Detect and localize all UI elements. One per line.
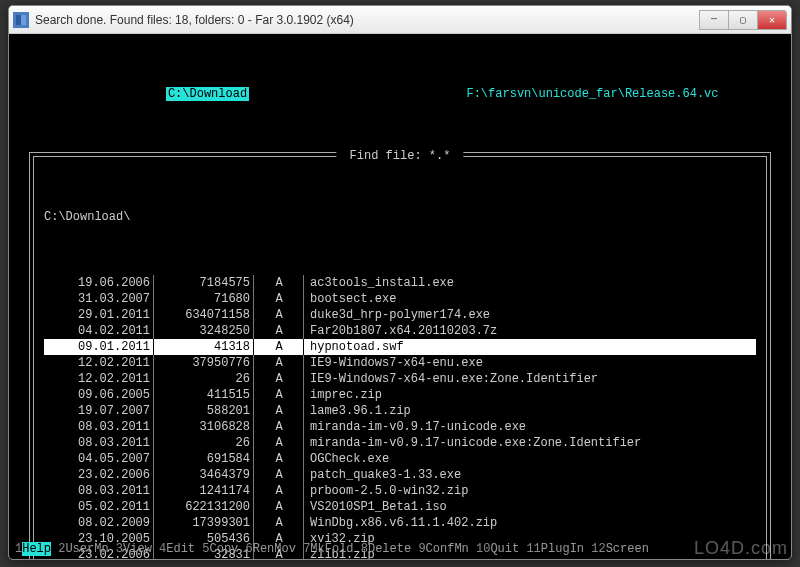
file-name: duke3d_hrp-polymer174.exe xyxy=(304,307,756,323)
file-attr: A xyxy=(254,499,304,515)
file-date: 12.02.2011 xyxy=(44,355,154,371)
file-date: 05.02.2011 xyxy=(44,499,154,515)
file-row[interactable]: 04.02.20113248250AFar20b1807.x64.2011020… xyxy=(44,323,756,339)
maximize-button[interactable]: ▢ xyxy=(728,10,758,30)
fkey-10[interactable]: 10Quit xyxy=(476,541,526,557)
file-attr: A xyxy=(254,323,304,339)
file-size: 41318 xyxy=(154,339,254,355)
file-name: patch_quake3-1.33.exe xyxy=(304,467,756,483)
file-date: 31.03.2007 xyxy=(44,291,154,307)
file-size: 3106828 xyxy=(154,419,254,435)
file-size: 26 xyxy=(154,435,254,451)
file-attr: A xyxy=(254,435,304,451)
file-row[interactable]: 08.03.201126Amiranda-im-v0.9.17-unicode.… xyxy=(44,435,756,451)
file-name: ac3tools_install.exe xyxy=(304,275,756,291)
file-date: 19.07.2007 xyxy=(44,403,154,419)
terminal-area: C:\Download F:\farsvn\unicode_far\Releas… xyxy=(9,34,791,559)
file-size: 411515 xyxy=(154,387,254,403)
dialog-title: Find file: *.* xyxy=(336,148,463,164)
file-row[interactable]: 08.03.20111241174Aprboom-2.5.0-win32.zip xyxy=(44,483,756,499)
file-attr: A xyxy=(254,355,304,371)
file-date: 08.03.2011 xyxy=(44,483,154,499)
file-attr: A xyxy=(254,291,304,307)
file-row[interactable]: 19.07.2007588201Alame3.96.1.zip xyxy=(44,403,756,419)
file-attr: A xyxy=(254,515,304,531)
file-name: VS2010SP1_Beta1.iso xyxy=(304,499,756,515)
window-title: Search done. Found files: 18, folders: 0… xyxy=(35,13,700,27)
file-attr: A xyxy=(254,339,304,355)
file-date: 08.03.2011 xyxy=(44,435,154,451)
file-date: 09.01.2011 xyxy=(44,339,154,355)
window-titlebar[interactable]: Search done. Found files: 18, folders: 0… xyxy=(9,6,791,34)
file-date: 08.02.2009 xyxy=(44,515,154,531)
file-size: 1241174 xyxy=(154,483,254,499)
file-size: 691584 xyxy=(154,451,254,467)
fkey-9[interactable]: 9ConfMn xyxy=(418,541,476,557)
file-attr: A xyxy=(254,451,304,467)
file-row[interactable]: 23.02.20063464379Apatch_quake3-1.33.exe xyxy=(44,467,756,483)
file-date: 23.02.2006 xyxy=(44,467,154,483)
fkey-6[interactable]: 6RenMov xyxy=(246,541,304,557)
file-name: lame3.96.1.zip xyxy=(304,403,756,419)
file-row[interactable]: 08.02.200917399301AWinDbg.x86.v6.11.1.40… xyxy=(44,515,756,531)
fkey-4[interactable]: 4Edit xyxy=(159,541,202,557)
file-date: 08.03.2011 xyxy=(44,419,154,435)
app-icon xyxy=(13,12,29,28)
file-date: 29.01.2011 xyxy=(44,307,154,323)
file-name: miranda-im-v0.9.17-unicode.exe xyxy=(304,419,756,435)
file-name: imprec.zip xyxy=(304,387,756,403)
file-attr: A xyxy=(254,467,304,483)
file-date: 09.06.2005 xyxy=(44,387,154,403)
file-row[interactable]: 08.03.20113106828Amiranda-im-v0.9.17-uni… xyxy=(44,419,756,435)
application-window: Search done. Found files: 18, folders: 0… xyxy=(8,5,792,560)
file-size: 37950776 xyxy=(154,355,254,371)
file-size: 622131200 xyxy=(154,499,254,515)
file-name: miranda-im-v0.9.17-unicode.exe:Zone.Iden… xyxy=(304,435,756,451)
file-row[interactable]: 04.05.2007691584AOGCheck.exe xyxy=(44,451,756,467)
file-name: OGCheck.exe xyxy=(304,451,756,467)
file-row[interactable]: 05.02.2011622131200AVS2010SP1_Beta1.iso xyxy=(44,499,756,515)
file-row[interactable]: 09.01.201141318Ahypnotoad.swf xyxy=(44,339,756,355)
fkey-2[interactable]: 2UserMn xyxy=(58,541,116,557)
file-date: 12.02.2011 xyxy=(44,371,154,387)
file-row[interactable]: 29.01.2011634071158Aduke3d_hrp-polymer17… xyxy=(44,307,756,323)
file-name: hypnotoad.swf xyxy=(304,339,756,355)
file-size: 17399301 xyxy=(154,515,254,531)
fkey-12[interactable]: 12Screen xyxy=(591,541,656,557)
right-panel-path[interactable]: F:\farsvn\unicode_far\Release.64.vc xyxy=(400,86,785,102)
file-attr: A xyxy=(254,483,304,499)
current-path: C:\Download\ xyxy=(44,209,756,225)
file-attr: A xyxy=(254,419,304,435)
file-attr: A xyxy=(254,307,304,323)
fkey-7[interactable]: 7MkFold xyxy=(303,541,361,557)
file-results-table[interactable]: 19.06.20067184575Aac3tools_install.exe31… xyxy=(44,275,756,560)
file-date: 04.05.2007 xyxy=(44,451,154,467)
file-row[interactable]: 31.03.200771680Abootsect.exe xyxy=(44,291,756,307)
file-row[interactable]: 12.02.201137950776AIE9-Windows7-x64-enu.… xyxy=(44,355,756,371)
file-name: Far20b1807.x64.20110203.7z xyxy=(304,323,756,339)
file-date: 04.02.2011 xyxy=(44,323,154,339)
file-name: WinDbg.x86.v6.11.1.402.zip xyxy=(304,515,756,531)
fkey-5[interactable]: 5Copy xyxy=(202,541,245,557)
file-size: 7184575 xyxy=(154,275,254,291)
file-size: 588201 xyxy=(154,403,254,419)
file-size: 71680 xyxy=(154,291,254,307)
file-row[interactable]: 12.02.201126AIE9-Windows7-x64-enu.exe:Zo… xyxy=(44,371,756,387)
fkey-1[interactable]: 1Help xyxy=(15,541,58,557)
fkey-11[interactable]: 11PlugIn xyxy=(526,541,591,557)
fkey-3[interactable]: 3View xyxy=(116,541,159,557)
window-controls: ─ ▢ ✕ xyxy=(700,10,787,30)
file-attr: A xyxy=(254,403,304,419)
function-key-bar: 1Help 2UserMn 3View 4Edit 5Copy 6RenMov … xyxy=(15,541,785,557)
file-row[interactable]: 09.06.2005411515Aimprec.zip xyxy=(44,387,756,403)
file-size: 26 xyxy=(154,371,254,387)
file-size: 3248250 xyxy=(154,323,254,339)
file-name: IE9-Windows7-x64-enu.exe:Zone.Identifier xyxy=(304,371,756,387)
file-row[interactable]: 19.06.20067184575Aac3tools_install.exe xyxy=(44,275,756,291)
left-panel-path[interactable]: C:\Download xyxy=(15,86,400,102)
file-size: 3464379 xyxy=(154,467,254,483)
fkey-8[interactable]: 8Delete xyxy=(361,541,419,557)
close-button[interactable]: ✕ xyxy=(757,10,787,30)
minimize-button[interactable]: ─ xyxy=(699,10,729,30)
panel-tabs: C:\Download F:\farsvn\unicode_far\Releas… xyxy=(15,86,785,102)
